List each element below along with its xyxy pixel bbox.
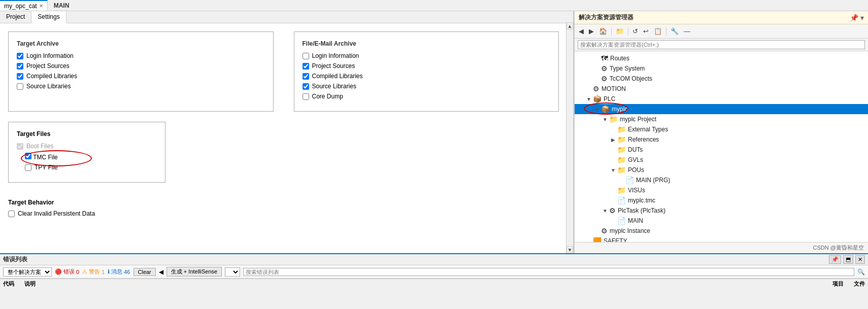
fea-source-libs-label: Source Libraries	[312, 83, 356, 90]
fea-compiled-label: Compiled Libraries	[312, 73, 363, 80]
folder-btn[interactable]: 📁	[614, 26, 626, 37]
myplc-label: myplc	[612, 106, 627, 113]
plctask-label: PlcTask (PlcTask)	[618, 207, 665, 214]
tb-clear-checkbox[interactable]	[8, 211, 15, 217]
tab-my-opc-cat-label: my_opc_cat	[4, 3, 37, 10]
right-pin-icon[interactable]: 📌	[850, 14, 858, 22]
bottom-header: 错误列表 📌 ⬒ ✕	[0, 254, 868, 265]
tools-btn[interactable]: 🔧	[669, 26, 681, 37]
tree-item-myplc-project[interactable]: ▼ 📁 myplc Project	[575, 114, 868, 124]
fea-sources-checkbox[interactable]	[303, 63, 309, 70]
tree-item-routes[interactable]: 🗺 Routes	[575, 53, 868, 63]
fea-login-checkbox[interactable]	[303, 53, 309, 59]
tree-item-type-system[interactable]: ⚙ Type System	[575, 63, 868, 74]
pin-bottom-btn[interactable]: 📌	[829, 255, 841, 264]
tree-item-duts[interactable]: 📁 DUTs	[575, 145, 868, 155]
refresh-btn[interactable]: ↺	[630, 26, 640, 37]
myplc-instance-label: myplc Instance	[610, 227, 650, 234]
error-search-input[interactable]	[243, 268, 854, 276]
tree-item-gvls[interactable]: 📁 GVLs	[575, 155, 868, 165]
external-types-icon: 📁	[617, 125, 626, 133]
tb-clear-item[interactable]: Clear Invalid Persistent Data	[8, 210, 559, 217]
undock-btn[interactable]: ⬒	[843, 255, 853, 264]
ta-compiled-checkbox[interactable]	[17, 73, 23, 80]
home-btn[interactable]: 🏠	[597, 26, 609, 37]
myplc-instance-icon: ⚙	[601, 227, 608, 235]
ta-login-label: Login Information	[26, 52, 74, 59]
footer-text: CSDN @黄昏和星空	[813, 244, 864, 252]
tab-project[interactable]: Project	[0, 11, 31, 23]
filter-arrow-left[interactable]: ◀	[159, 268, 163, 276]
tab-my-opc-cat-close[interactable]: ✕	[39, 3, 43, 9]
dash-btn[interactable]: —	[682, 26, 692, 37]
tree-item-myplc-tmc[interactable]: 📄 myplc.tmc	[575, 195, 868, 205]
build-btn[interactable]: 生成 + IntelliSense	[166, 267, 222, 277]
copy-btn[interactable]: 📋	[652, 26, 664, 37]
tf-tpy-item[interactable]: TPY File	[25, 164, 157, 171]
right-header-controls: 📌 ▾	[850, 14, 864, 22]
close-bottom-btn[interactable]: ✕	[855, 255, 865, 264]
visus-label: VISUs	[628, 187, 645, 194]
tree-item-visus[interactable]: 📁 VISUs	[575, 185, 868, 195]
clear-btn[interactable]: Clear	[133, 268, 156, 276]
tree-item-motion[interactable]: ⚙ MOTION	[575, 84, 868, 94]
tab-my-opc-cat[interactable]: my_opc_cat ✕	[0, 0, 48, 11]
tree-item-main[interactable]: 📄 MAIN	[575, 216, 868, 226]
solution-scope-select[interactable]: 整个解决方案	[3, 267, 52, 277]
tf-tmc-checkbox[interactable]	[25, 153, 31, 159]
toolbar-sep-2	[628, 27, 628, 36]
tf-boot-item: Boot Files	[17, 143, 157, 150]
fea-login-item[interactable]: Login Information	[303, 52, 551, 59]
tf-tmc-item[interactable]: TMC File	[25, 153, 58, 161]
build-dropdown[interactable]	[225, 267, 240, 277]
scroll-up[interactable]: ▲	[566, 22, 573, 29]
fea-source-libs-item[interactable]: Source Libraries	[303, 83, 551, 90]
right-close-icon[interactable]: ▾	[860, 14, 864, 22]
solution-search-input[interactable]	[578, 40, 865, 49]
fea-source-libs-checkbox[interactable]	[303, 83, 309, 90]
ta-login-item[interactable]: Login Information	[17, 52, 265, 59]
tf-tpy-checkbox[interactable]	[25, 164, 31, 171]
type-system-label: Type System	[610, 65, 645, 72]
tree-item-plc[interactable]: ▼ 📦 PLC	[575, 94, 868, 104]
tree-item-main-prg[interactable]: 📄 MAIN (PRG)	[575, 175, 868, 185]
tree-item-plctask[interactable]: ▼ ⚙ PlcTask (PlcTask)	[575, 205, 868, 216]
tree-item-myplc-instance[interactable]: ⚙ myplc Instance	[575, 226, 868, 236]
visus-icon: 📁	[617, 186, 626, 194]
back-btn[interactable]: ◀	[577, 26, 586, 37]
fea-compiled-item[interactable]: Compiled Libraries	[303, 73, 551, 80]
ta-compiled-label: Compiled Libraries	[26, 73, 77, 80]
ta-sources-checkbox[interactable]	[17, 63, 23, 70]
expand-pous: ▼	[609, 167, 617, 173]
tf-tpy-label: TPY File	[35, 164, 58, 171]
error-badge: 🔴 错误 0	[55, 268, 79, 276]
forward-btn[interactable]: ▶	[587, 26, 596, 37]
tree-item-pous[interactable]: ▼ 📁 POUs	[575, 165, 868, 175]
safety-icon: 🟧	[593, 237, 602, 242]
ta-login-checkbox[interactable]	[17, 53, 23, 59]
tree-item-myplc[interactable]: ▼ 📦 myplc	[575, 104, 868, 114]
fea-sources-item[interactable]: Project Sources	[303, 62, 551, 70]
tab-settings[interactable]: Settings	[31, 11, 66, 23]
scroll-down[interactable]: ▼	[566, 246, 573, 253]
tree-item-external-types[interactable]: 📁 External Types	[575, 124, 868, 134]
tccom-label: TcCOM Objects	[610, 75, 652, 82]
ta-source-libs-checkbox[interactable]	[17, 83, 23, 90]
tree-item-references[interactable]: ▶ 📁 References	[575, 134, 868, 145]
warning-icon: ⚠	[82, 268, 87, 275]
fea-core-checkbox[interactable]	[303, 93, 309, 100]
search-icon[interactable]: 🔍	[857, 268, 865, 276]
fea-compiled-checkbox[interactable]	[303, 73, 309, 80]
tree-item-tccom[interactable]: ⚙ TcCOM Objects	[575, 74, 868, 84]
ta-compiled-item[interactable]: Compiled Libraries	[17, 73, 265, 80]
tree-item-safety[interactable]: 🟧 SAFETY	[575, 236, 868, 242]
ta-sources-item[interactable]: Project Sources	[17, 62, 265, 70]
myplc-tmc-label: myplc.tmc	[628, 197, 655, 204]
main-content: Project Settings Target Archive Login In…	[0, 11, 868, 253]
tab-main[interactable]: MAIN	[48, 0, 76, 11]
undo-btn[interactable]: ↩	[641, 26, 651, 37]
external-types-label: External Types	[628, 126, 668, 133]
fea-core-item[interactable]: Core Dump	[303, 93, 551, 100]
ta-source-libs-item[interactable]: Source Libraries	[17, 83, 265, 90]
left-scroll[interactable]: ▲ ▼	[566, 22, 573, 253]
